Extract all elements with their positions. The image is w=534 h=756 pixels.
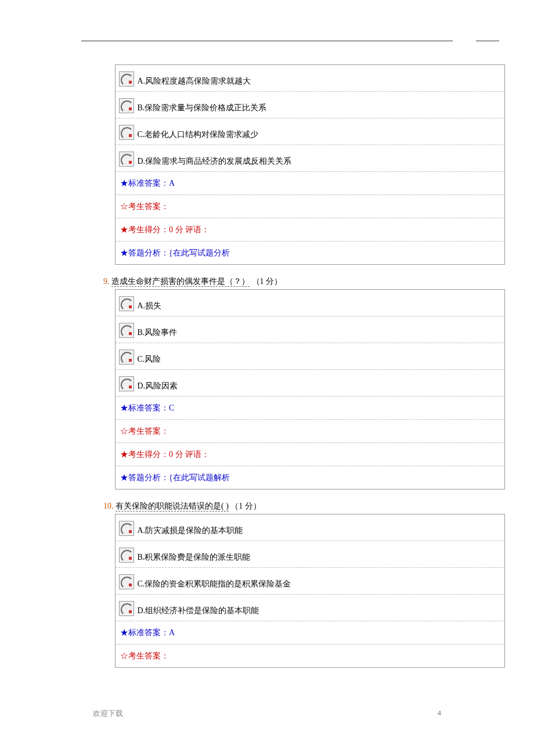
page-number: 4 <box>438 708 442 719</box>
table-row: B.保险需求量与保险价格成正比关系 <box>116 92 505 118</box>
question-score: （1 分） <box>252 277 283 286</box>
table-row: ☆考生答案： <box>116 645 505 668</box>
footer-left-text: 欢迎下载 <box>93 708 123 719</box>
radio-icon[interactable] <box>119 125 134 140</box>
table-row: ★答题分析：{在此写试题分析 <box>116 242 505 265</box>
question-title: 造成生命财产损害的偶发事件是（？） <box>111 277 250 287</box>
option-a-text: A.损失 <box>138 295 162 311</box>
table-row: B.风险事件 <box>116 316 505 343</box>
student-answer-label: ☆考生答案： <box>116 420 505 443</box>
option-b-text: B.保险需求量与保险价格成正比关系 <box>138 97 267 113</box>
question-10-table: A.防灾减损是保险的基本职能 B.积累保险费是保险的派生职能 C.保险的资金积累… <box>115 514 505 668</box>
table-row: D.组织经济补偿是保险的基本职能 <box>116 595 505 621</box>
score-label: ★考生得分：0 分 评语： <box>116 443 505 466</box>
table-row: ★标准答案：C <box>116 397 505 420</box>
table-row: C.风险 <box>116 343 505 370</box>
option-d-text: D.组织经济补偿是保险的基本职能 <box>138 600 259 616</box>
standard-answer-label: ★标准答案：A <box>116 172 505 195</box>
question-number: 9. <box>103 277 110 286</box>
standard-answer-label: ★标准答案：A <box>116 621 505 645</box>
analysis-label: ★答题分析：{在此写试题解析 <box>116 466 505 489</box>
question-title: 有关保险的职能说法错误的是( ) <box>116 502 229 512</box>
radio-icon[interactable] <box>119 152 134 167</box>
option-a-text: A.防灾减损是保险的基本职能 <box>138 520 243 536</box>
option-c-text: C.风险 <box>138 348 161 365</box>
option-b-text: B.积累保险费是保险的派生职能 <box>138 546 251 563</box>
standard-answer-label: ★标准答案：C <box>116 397 505 420</box>
table-row: B.积累保险费是保险的派生职能 <box>116 541 505 568</box>
radio-icon[interactable] <box>119 548 134 563</box>
table-row: C.老龄化人口结构对保险需求减少 <box>116 118 505 145</box>
table-row: C.保险的资金积累职能指的是积累保险基金 <box>116 568 505 595</box>
radio-icon[interactable] <box>119 98 134 113</box>
radio-icon[interactable] <box>119 376 134 391</box>
radio-icon[interactable] <box>119 71 134 87</box>
table-row: D.保险需求与商品经济的发展成反相关关系 <box>116 145 505 172</box>
option-d-text: D.风险因素 <box>138 375 178 391</box>
page-footer: 欢迎下载 4 <box>0 708 534 736</box>
table-row: ☆考生答案： <box>116 420 505 443</box>
table-row: A.风险程度越高保险需求就越大 <box>116 65 505 92</box>
option-c-text: C.保险的资金积累职能指的是积累保险基金 <box>138 573 291 589</box>
question-9-table: A.损失 B.风险事件 C.风险 D.风险因素 ★标准答案：C ☆考生答案： <box>115 289 505 489</box>
question-10-header: 10. 有关保险的职能说法错误的是( ) （1 分） <box>103 501 522 512</box>
question-number: 10. <box>103 502 114 510</box>
option-a-text: A.风险程度越高保险需求就越大 <box>138 70 251 87</box>
table-row: A.防灾减损是保险的基本职能 <box>116 514 505 541</box>
table-row: ☆考生答案： <box>116 195 505 218</box>
radio-icon[interactable] <box>119 350 134 365</box>
score-label: ★考生得分：0 分 评语： <box>116 218 505 242</box>
option-d-text: D.保险需求与商品经济的发展成反相关关系 <box>138 150 292 167</box>
table-row: ★标准答案：A <box>116 172 505 195</box>
table-row: D.风险因素 <box>116 370 505 397</box>
radio-icon[interactable] <box>119 296 134 311</box>
student-answer-label: ☆考生答案： <box>116 645 505 668</box>
header-rule <box>0 41 534 41</box>
question-score: （1 分） <box>230 502 261 510</box>
radio-icon[interactable] <box>119 521 134 536</box>
table-row: ★考生得分：0 分 评语： <box>116 443 505 466</box>
table-row: ★答题分析：{在此写试题解析 <box>116 466 505 489</box>
table-row: A.损失 <box>116 290 505 316</box>
table-row: ★考生得分：0 分 评语： <box>116 218 505 242</box>
radio-icon[interactable] <box>119 574 134 589</box>
option-b-text: B.风险事件 <box>138 322 178 338</box>
analysis-label: ★答题分析：{在此写试题分析 <box>116 242 505 265</box>
table-row: ★标准答案：A <box>116 621 505 645</box>
question-9-header: 9. 造成生命财产损害的偶发事件是（？） （1 分） <box>103 276 522 287</box>
student-answer-label: ☆考生答案： <box>116 195 505 218</box>
radio-icon[interactable] <box>119 601 134 616</box>
radio-icon[interactable] <box>119 323 134 338</box>
option-c-text: C.老龄化人口结构对保险需求减少 <box>138 124 259 140</box>
question-8-table: A.风险程度越高保险需求就越大 B.保险需求量与保险价格成正比关系 C.老龄化人… <box>115 64 505 265</box>
